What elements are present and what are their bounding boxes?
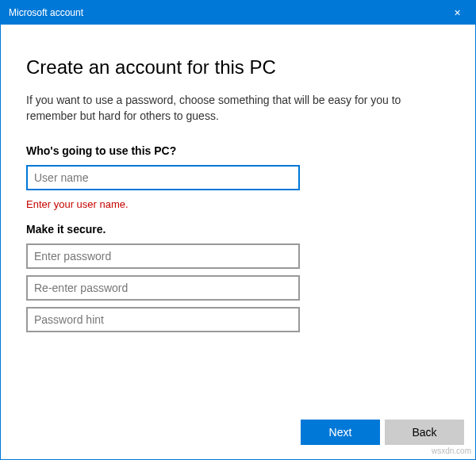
password-section-label: Make it secure. — [26, 223, 450, 236]
section-username: Who's going to use this PC? Enter your u… — [26, 144, 450, 221]
back-button[interactable]: Back — [385, 420, 464, 445]
window-title: Microsoft account — [9, 7, 440, 18]
section-password: Make it secure. — [26, 223, 450, 339]
window: Microsoft account × Create an account fo… — [0, 0, 476, 460]
titlebar: Microsoft account × — [1, 1, 475, 25]
content: Create an account for this PC If you wan… — [1, 25, 475, 412]
password-input[interactable] — [26, 243, 300, 269]
username-error: Enter your user name. — [26, 198, 450, 210]
next-button[interactable]: Next — [301, 420, 380, 445]
page-title: Create an account for this PC — [26, 56, 450, 79]
footer: Next Back — [1, 412, 475, 459]
confirm-password-input[interactable] — [26, 275, 300, 301]
page-description: If you want to use a password, choose so… — [26, 93, 450, 124]
close-icon: × — [454, 6, 460, 19]
close-button[interactable]: × — [440, 1, 475, 25]
username-section-label: Who's going to use this PC? — [26, 144, 450, 157]
password-hint-input[interactable] — [26, 307, 300, 332]
username-input[interactable] — [26, 165, 300, 190]
